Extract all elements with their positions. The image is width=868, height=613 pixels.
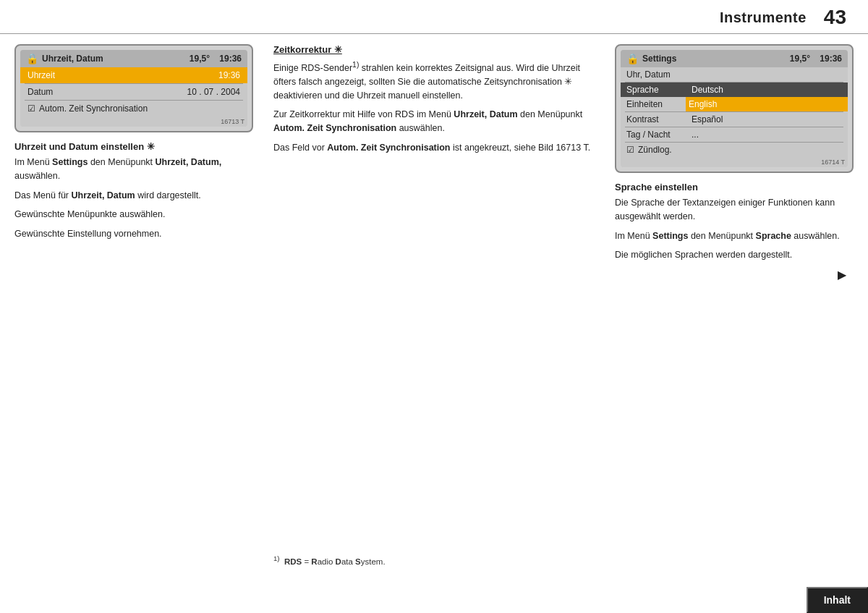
- right-menu-tag-nacht[interactable]: Tag / Nacht ...: [621, 127, 848, 142]
- right-menu-zundlog[interactable]: ☑ Zündlog.: [621, 143, 848, 157]
- left-checkbox-icon: ☑: [27, 103, 35, 114]
- left-checkbox-label: Autom. Zeit Synchronisation: [39, 103, 148, 114]
- left-menu-datum-value: 10 . 07 . 2004: [187, 87, 240, 97]
- page-header: Instrumente 43: [0, 0, 868, 34]
- right-menu-tag-nacht-label: Tag / Nacht: [626, 130, 692, 140]
- left-screen-menu: Uhrzeit 19:36 Datum 10 . 07 . 2004 ☑ Aut…: [20, 67, 247, 117]
- left-screen-time: 19:36: [219, 54, 242, 64]
- right-screen-header: 🔒 Settings 19,5° 19:36: [621, 50, 848, 67]
- right-screen-label: Settings: [642, 54, 676, 64]
- left-menu-datum[interactable]: Datum 10 . 07 . 2004: [20, 84, 247, 100]
- left-section-title: Uhrzeit und Datum einstellen ✳: [14, 141, 253, 152]
- right-menu-sprache[interactable]: Sprache Deutsch: [621, 83, 848, 97]
- right-column: 🔒 Settings 19,5° 19:36 Uhr, Datum: [608, 44, 854, 609]
- right-screen-icon: 🔒: [626, 53, 639, 64]
- header-title: Instrumente: [720, 9, 807, 26]
- left-para-3: Gewünschte Menüpunkte auswählen.: [14, 208, 253, 221]
- right-screen-menu: Uhr, Datum Sprache Deutsch Einheiten Eng…: [621, 67, 848, 157]
- left-screen-temp: 19,5°: [190, 54, 210, 64]
- right-arrow: ▶: [615, 268, 854, 282]
- left-screen-icon: 🔒: [26, 53, 38, 64]
- left-screen-footnote: 16713 T: [20, 117, 247, 127]
- right-screen-footnote: 16714 T: [621, 157, 848, 167]
- left-menu-uhrzeit-label: Uhrzeit: [27, 70, 55, 80]
- middle-section-title: Zeitkorrektur ✳: [273, 44, 595, 55]
- right-checkbox-icon: ☑: [626, 145, 634, 155]
- right-menu-uhr-datum-label: Uhr, Datum: [626, 69, 692, 80]
- left-para-1: Im Menü Settings den Menüpunkt Uhrzeit, …: [14, 156, 253, 183]
- left-menu-datum-label: Datum: [27, 87, 53, 97]
- right-screen-time: 19:36: [820, 54, 842, 64]
- middle-para-1: Einige RDS-Sender1) strahlen kein korrek…: [273, 59, 595, 102]
- right-screen-temp-time: 19,5° 19:36: [790, 54, 842, 64]
- left-menu-uhrzeit-value: 19:36: [218, 70, 240, 80]
- right-menu-kontrast-label: Kontrast: [626, 114, 692, 124]
- left-car-screen: 🔒 Uhrzeit, Datum 19,5° 19:36 Uhrzeit 19:…: [14, 44, 253, 132]
- right-section-title: Sprache einstellen: [615, 182, 854, 193]
- middle-para-3: Das Feld vor Autom. Zeit Synchronisation…: [273, 141, 595, 155]
- right-car-screen: 🔒 Settings 19,5° 19:36 Uhr, Datum: [615, 44, 854, 173]
- right-menu-tag-nacht-value: ...: [692, 130, 842, 140]
- right-para-3: Die möglichen Sprachen werden darge­stel…: [615, 248, 854, 262]
- left-screen-header: 🔒 Uhrzeit, Datum 19,5° 19:36: [20, 50, 247, 67]
- right-menu-sprache-label: Sprache: [626, 85, 692, 95]
- right-menu-sprache-deutsch: Deutsch: [692, 85, 842, 95]
- right-menu-einheiten-label: Einheiten: [621, 97, 686, 111]
- middle-column: Zeitkorrektur ✳ Einige RDS-Sender1) stra…: [260, 44, 608, 609]
- left-screen-label: Uhrzeit, Datum: [42, 54, 103, 64]
- right-checkbox-label: Zündlog.: [638, 145, 672, 155]
- right-screen-temp: 19,5°: [790, 54, 810, 64]
- left-menu-autom[interactable]: ☑ Autom. Zeit Synchronisation: [20, 101, 247, 117]
- middle-footnote: 1) RDS = Radio Data System.: [273, 554, 386, 566]
- right-menu-uhr-datum[interactable]: Uhr, Datum: [621, 67, 848, 82]
- main-content: 🔒 Uhrzeit, Datum 19,5° 19:36 Uhrzeit 19:…: [0, 34, 868, 609]
- left-para-4: Gewünschte Einstellung vornehmen.: [14, 227, 253, 241]
- middle-para-2: Zur Zeitkorrektur mit Hilfe von RDS im M…: [273, 108, 595, 135]
- left-para-2: Das Menü für Uhrzeit, Datum wird darge­s…: [14, 189, 253, 203]
- inhalt-button[interactable]: Inhalt: [807, 587, 868, 613]
- right-menu-einheiten[interactable]: Einheiten English: [621, 97, 848, 111]
- right-para-2: Im Menü Settings den Menüpunkt Sprache a…: [615, 229, 854, 243]
- right-menu-kontrast[interactable]: Kontrast Español: [621, 112, 848, 127]
- left-menu-uhrzeit[interactable]: Uhrzeit 19:36: [20, 67, 247, 83]
- right-menu-einheiten-english: English: [686, 97, 848, 111]
- right-menu-kontrast-espanol: Español: [692, 114, 842, 124]
- left-column: 🔒 Uhrzeit, Datum 19,5° 19:36 Uhrzeit 19:…: [14, 44, 260, 609]
- left-screen-temp-time: 19,5° 19:36: [190, 54, 242, 64]
- header-page-number: 43: [824, 6, 846, 29]
- right-para-1: Die Sprache der Textanzeigen einiger Fun…: [615, 196, 854, 224]
